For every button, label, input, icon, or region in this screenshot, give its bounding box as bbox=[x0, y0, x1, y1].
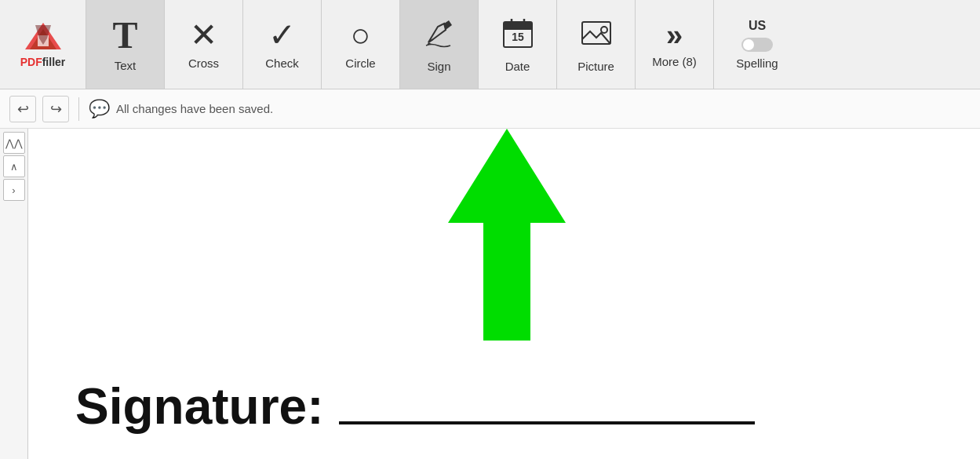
sign-tool-label: Sign bbox=[427, 60, 450, 73]
spelling-area: US Spelling bbox=[714, 0, 800, 89]
double-up-icon2: ⋀ bbox=[14, 137, 23, 149]
text-tool-label: Text bbox=[115, 59, 137, 72]
scroll-up-button[interactable]: ∧ bbox=[3, 155, 25, 177]
signature-label-text: Signature: bbox=[75, 377, 323, 435]
spelling-toggle[interactable] bbox=[741, 38, 773, 52]
redo-icon: ↪ bbox=[50, 100, 62, 118]
redo-button[interactable]: ↪ bbox=[42, 96, 69, 122]
text-tool-button[interactable]: T Text bbox=[86, 0, 165, 89]
cross-tool-button[interactable]: ✕ Cross bbox=[165, 0, 243, 89]
sign-icon bbox=[422, 16, 457, 55]
text-icon: T bbox=[112, 16, 137, 54]
up-icon: ∧ bbox=[10, 161, 18, 173]
svg-point-10 bbox=[601, 27, 607, 33]
check-icon: ✓ bbox=[268, 19, 296, 52]
svg-rect-5 bbox=[504, 22, 532, 30]
main-toolbar: PDFfiller T Text ✕ Cross ✓ Check ○ Circl… bbox=[0, 0, 980, 89]
circle-tool-label: Circle bbox=[345, 56, 375, 70]
more-tool-label: More (8) bbox=[652, 55, 697, 68]
left-sidebar: ⋀⋀ ∧ › bbox=[0, 129, 28, 459]
scroll-top-button[interactable]: ⋀⋀ bbox=[3, 132, 25, 154]
main-content: ⋀⋀ ∧ › Signature: bbox=[0, 129, 980, 459]
save-status: 💬 All changes have been saved. bbox=[89, 99, 273, 119]
circle-tool-button[interactable]: ○ Circle bbox=[322, 0, 400, 89]
picture-icon bbox=[579, 16, 614, 55]
spelling-lang: US bbox=[749, 19, 766, 33]
pdf-canvas: Signature: bbox=[28, 129, 980, 459]
signature-underline[interactable] bbox=[339, 421, 755, 424]
circle-icon: ○ bbox=[351, 19, 370, 52]
cross-tool-label: Cross bbox=[188, 56, 219, 70]
svg-text:15: 15 bbox=[512, 31, 524, 43]
secondary-toolbar: ↩ ↪ 💬 All changes have been saved. bbox=[0, 89, 980, 129]
check-tool-button[interactable]: ✓ Check bbox=[243, 0, 322, 89]
logo: PDFfiller bbox=[0, 0, 86, 89]
logo-icon bbox=[24, 21, 63, 53]
more-tool-button[interactable]: » More (8) bbox=[636, 0, 714, 89]
undo-icon: ↩ bbox=[17, 100, 29, 118]
picture-tool-label: Picture bbox=[577, 60, 614, 73]
spelling-label: Spelling bbox=[736, 56, 778, 70]
date-tool-label: Date bbox=[505, 60, 530, 73]
signature-area: Signature: bbox=[75, 377, 755, 435]
logo-text: PDFfiller bbox=[20, 56, 66, 68]
more-icon: » bbox=[666, 20, 683, 50]
right-icon: › bbox=[12, 184, 15, 196]
sign-tool-button[interactable]: Sign bbox=[400, 0, 479, 89]
double-up-icon: ⋀ bbox=[5, 137, 14, 149]
undo-button[interactable]: ↩ bbox=[9, 96, 36, 122]
cross-icon: ✕ bbox=[190, 19, 217, 52]
date-icon: 15 bbox=[501, 16, 535, 55]
check-tool-label: Check bbox=[265, 56, 299, 70]
toolbar-divider bbox=[78, 97, 79, 121]
comment-icon: 💬 bbox=[89, 99, 110, 119]
save-status-text: All changes have been saved. bbox=[116, 102, 273, 115]
scroll-right-button[interactable]: › bbox=[3, 179, 25, 201]
picture-tool-button[interactable]: Picture bbox=[557, 0, 636, 89]
svg-marker-11 bbox=[448, 129, 566, 341]
green-arrow-indicator bbox=[448, 129, 566, 341]
date-tool-button[interactable]: 15 Date bbox=[479, 0, 557, 89]
